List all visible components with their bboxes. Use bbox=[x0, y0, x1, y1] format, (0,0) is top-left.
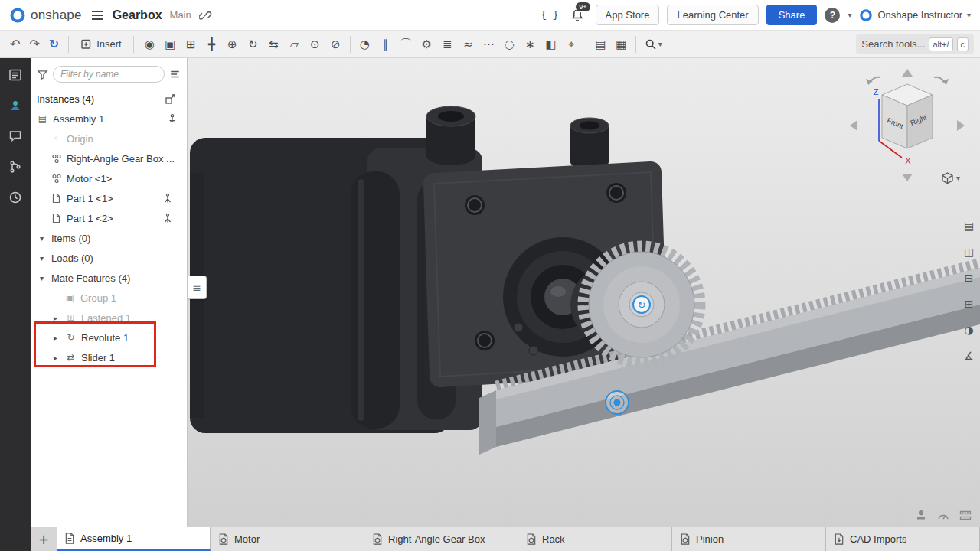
share-link-icon[interactable] bbox=[199, 8, 212, 21]
view-rotate-right-icon[interactable] bbox=[957, 120, 965, 131]
exploded-views-icon[interactable]: ▤ bbox=[590, 34, 611, 54]
hamburger-menu-icon[interactable] bbox=[90, 8, 105, 22]
chevron-down-icon[interactable]: ▾ bbox=[37, 234, 47, 243]
bom-icon[interactable]: ▦ bbox=[611, 34, 632, 54]
cylindrical-icon[interactable]: ⊙ bbox=[305, 34, 325, 54]
graphics-viewport[interactable]: ↻ Fron bbox=[188, 58, 980, 527]
mate-connector-icon[interactable] bbox=[162, 193, 173, 204]
help-caret-icon[interactable]: ▾ bbox=[848, 11, 851, 19]
chevron-right-icon[interactable]: ▸ bbox=[51, 314, 60, 322]
named-positions-icon[interactable]: ⌖ bbox=[561, 34, 582, 54]
tab-right-angle-gear-box[interactable]: Right-Angle Gear Box bbox=[364, 527, 518, 551]
share-button[interactable]: Share bbox=[766, 5, 818, 25]
section-view-icon[interactable]: ⊞ bbox=[959, 294, 978, 313]
measure-panel-icon[interactable]: ∡ bbox=[959, 346, 978, 365]
performance-icon[interactable] bbox=[936, 509, 950, 522]
mate-item-group-1[interactable]: ▣ Group 1 bbox=[31, 288, 187, 308]
units-icon[interactable] bbox=[959, 509, 972, 522]
standoff-boss[interactable] bbox=[426, 106, 475, 165]
insert-instance-icon[interactable] bbox=[165, 93, 176, 105]
onshape-logo[interactable]: onshape bbox=[9, 7, 82, 24]
learning-center-button[interactable]: Learning Center bbox=[667, 5, 758, 25]
comments-icon[interactable] bbox=[8, 129, 23, 144]
search-tools-field[interactable]: Search tools... alt+/ c bbox=[856, 34, 974, 54]
properties-panel-icon[interactable]: ▤ bbox=[959, 216, 978, 235]
fasten-icon[interactable]: ⊕ bbox=[222, 34, 243, 54]
revolute-mate-marker[interactable]: ↻ bbox=[633, 296, 650, 313]
tab-motor[interactable]: Motor bbox=[211, 527, 364, 551]
view-rotate-left-icon[interactable] bbox=[850, 120, 858, 131]
group-icon[interactable]: ▣ bbox=[160, 34, 181, 54]
display-states-panel-icon[interactable]: ⊟ bbox=[959, 268, 978, 287]
mate-item-slider-1[interactable]: ▸ ⇄ Slider 1 bbox=[31, 347, 187, 367]
section-items[interactable]: ▾ Items (0) bbox=[31, 228, 187, 248]
tree-item-gearbox[interactable]: Right-Angle Gear Box ... bbox=[31, 148, 187, 168]
standoff-boss[interactable] bbox=[570, 118, 609, 169]
mate-item-revolute-1[interactable]: ▸ ↻ Revolute 1 bbox=[31, 328, 187, 347]
mate-connector-icon[interactable]: ╋ bbox=[201, 34, 222, 54]
mate-connector-icon[interactable] bbox=[162, 213, 173, 223]
ball-icon[interactable]: ◔ bbox=[354, 34, 375, 54]
redo-icon[interactable]: ↷ bbox=[25, 34, 43, 54]
workspace-name[interactable]: Main bbox=[170, 9, 191, 21]
slider-icon[interactable]: ⇆ bbox=[263, 34, 284, 54]
account-menu[interactable]: Onshape Instructor ▾ bbox=[859, 8, 971, 22]
circular-pattern-icon[interactable]: ◌ bbox=[499, 34, 520, 54]
pin-slot-icon[interactable]: ⊘ bbox=[325, 34, 346, 54]
tab-cad-imports[interactable]: CAD Imports bbox=[826, 527, 980, 551]
filter-input[interactable] bbox=[53, 66, 165, 83]
slider-mate-marker[interactable] bbox=[606, 391, 629, 414]
tree-item-origin[interactable]: ◦ Origin bbox=[31, 129, 187, 148]
tab-pinion[interactable]: Pinion bbox=[672, 527, 826, 551]
tree-item-assembly[interactable]: ▤ Assembly 1 bbox=[31, 109, 187, 129]
versions-branch-icon[interactable] bbox=[8, 159, 23, 174]
tree-item-motor[interactable]: Motor <1> bbox=[31, 168, 187, 188]
revolute-icon[interactable]: ↻ bbox=[243, 34, 263, 54]
zoom-tools-dropdown[interactable]: ▾ bbox=[642, 37, 665, 52]
app-store-button[interactable]: App Store bbox=[596, 5, 660, 25]
tree-item-part1-2[interactable]: Part 1 <2> bbox=[31, 208, 187, 228]
appearance-panel-icon[interactable]: ◑ bbox=[959, 320, 978, 339]
list-options-icon[interactable] bbox=[169, 69, 181, 80]
rack-pinion-relation-icon[interactable]: ≣ bbox=[437, 34, 458, 54]
history-clock-icon[interactable] bbox=[8, 190, 23, 205]
panel-resize-handle[interactable]: ≡ bbox=[188, 276, 207, 299]
chevron-right-icon[interactable]: ▸ bbox=[51, 354, 60, 362]
notifications-bell-icon[interactable]: 9+ bbox=[567, 7, 588, 24]
display-states-icon[interactable]: ◧ bbox=[541, 34, 561, 54]
tab-assembly-1[interactable]: Assembly 1 bbox=[57, 527, 211, 551]
fixed-icon[interactable] bbox=[167, 113, 178, 124]
section-mate-features[interactable]: ▾ Mate Features (4) bbox=[31, 268, 187, 288]
tab-rack[interactable]: Rack bbox=[518, 527, 672, 551]
explode-icon[interactable]: ∗ bbox=[520, 34, 541, 54]
help-icon[interactable]: ? bbox=[825, 8, 840, 23]
screw-relation-icon[interactable]: ≈ bbox=[458, 34, 479, 54]
chevron-down-icon[interactable]: ▾ bbox=[37, 254, 47, 262]
tree-item-part1-1[interactable]: Part 1 <1> bbox=[31, 188, 187, 208]
view-rotate-down-icon[interactable] bbox=[902, 174, 913, 181]
follow-mode-icon[interactable] bbox=[8, 98, 23, 113]
update-sync-icon[interactable]: ↻ bbox=[45, 34, 63, 54]
gear-relation-icon[interactable]: ⚙ bbox=[416, 34, 437, 54]
filter-funnel-icon[interactable] bbox=[37, 69, 48, 80]
undo-icon[interactable]: ↶ bbox=[6, 34, 24, 54]
parallel-icon[interactable]: ∥ bbox=[375, 34, 396, 54]
planar-icon[interactable]: ▱ bbox=[284, 34, 305, 54]
replicate-icon[interactable]: ⊞ bbox=[181, 34, 201, 54]
chevron-right-icon[interactable]: ▸ bbox=[51, 334, 60, 342]
approval-stamp-icon[interactable] bbox=[914, 509, 928, 522]
configuration-panel-icon[interactable]: ◫ bbox=[959, 242, 978, 261]
insert-button[interactable]: Insert bbox=[74, 35, 128, 53]
view-cube[interactable]: Front Right Z X bbox=[842, 64, 972, 187]
view-mode-dropdown[interactable]: ▾ bbox=[941, 171, 960, 184]
linear-pattern-icon[interactable]: ⋯ bbox=[479, 34, 499, 54]
section-loads[interactable]: ▾ Loads (0) bbox=[31, 248, 187, 268]
add-tab-button[interactable]: + bbox=[31, 527, 57, 551]
chevron-down-icon[interactable]: ▾ bbox=[37, 274, 47, 282]
tangent-icon[interactable]: ⌒ bbox=[396, 34, 416, 54]
view-rotate-up-icon[interactable] bbox=[902, 69, 913, 77]
dev-api-icon[interactable]: { } bbox=[541, 9, 558, 21]
mate-item-fastened-1[interactable]: ▸ ⊞ Fastened 1 bbox=[31, 308, 187, 328]
feature-list-icon[interactable] bbox=[8, 67, 23, 83]
mate-icon[interactable]: ◉ bbox=[139, 34, 160, 54]
